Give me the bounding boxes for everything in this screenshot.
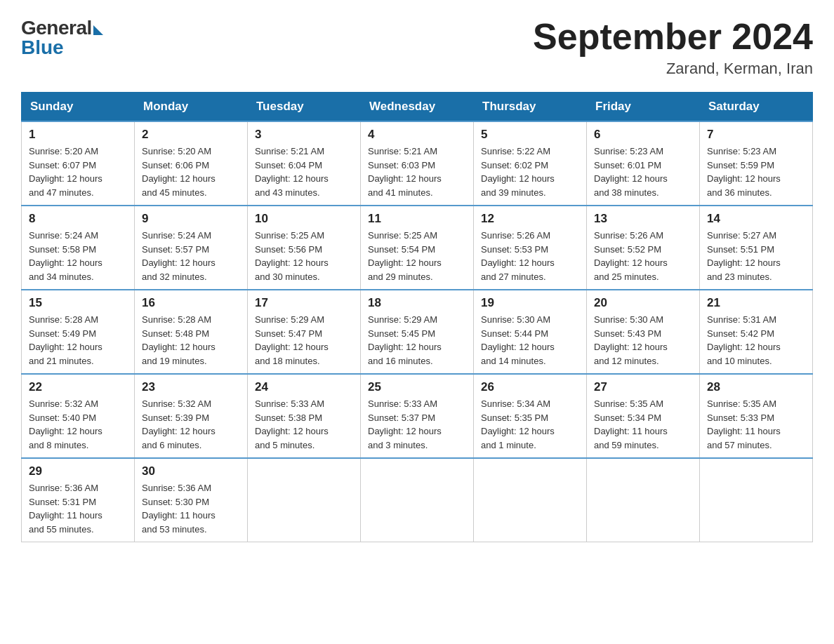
day-info: Sunrise: 5:31 AMSunset: 5:42 PMDaylight:… — [707, 313, 805, 368]
day-number: 8 — [29, 212, 127, 226]
day-info: Sunrise: 5:22 AMSunset: 6:02 PMDaylight:… — [481, 145, 579, 199]
day-info: Sunrise: 5:23 AMSunset: 5:59 PMDaylight:… — [707, 145, 805, 199]
day-number: 2 — [142, 128, 240, 142]
empty-cell — [587, 458, 700, 542]
day-number: 17 — [255, 296, 353, 310]
day-info: Sunrise: 5:30 AMSunset: 5:43 PMDaylight:… — [594, 313, 692, 368]
day-cell-3: 3Sunrise: 5:21 AMSunset: 6:04 PMDaylight… — [248, 121, 361, 206]
day-info: Sunrise: 5:35 AMSunset: 5:34 PMDaylight:… — [594, 397, 692, 452]
day-info: Sunrise: 5:24 AMSunset: 5:57 PMDaylight:… — [142, 229, 240, 283]
day-number: 26 — [481, 380, 579, 394]
day-number: 14 — [707, 212, 805, 226]
day-info: Sunrise: 5:33 AMSunset: 5:37 PMDaylight:… — [368, 397, 466, 452]
day-info: Sunrise: 5:34 AMSunset: 5:35 PMDaylight:… — [481, 397, 579, 452]
day-number: 22 — [29, 380, 127, 394]
day-info: Sunrise: 5:26 AMSunset: 5:52 PMDaylight:… — [594, 229, 692, 283]
day-info: Sunrise: 5:23 AMSunset: 6:01 PMDaylight:… — [594, 145, 692, 199]
day-number: 19 — [481, 296, 579, 310]
day-cell-23: 23Sunrise: 5:32 AMSunset: 5:39 PMDayligh… — [135, 374, 248, 458]
day-cell-22: 22Sunrise: 5:32 AMSunset: 5:40 PMDayligh… — [22, 374, 135, 458]
month-title: September 2024 — [533, 17, 813, 57]
week-row-1: 1Sunrise: 5:20 AMSunset: 6:07 PMDaylight… — [22, 121, 813, 206]
weekday-header-monday: Monday — [135, 93, 248, 122]
day-number: 30 — [142, 464, 240, 478]
day-cell-12: 12Sunrise: 5:26 AMSunset: 5:53 PMDayligh… — [474, 206, 587, 290]
day-cell-17: 17Sunrise: 5:29 AMSunset: 5:47 PMDayligh… — [248, 290, 361, 374]
day-info: Sunrise: 5:36 AMSunset: 5:30 PMDaylight:… — [142, 481, 240, 536]
day-number: 23 — [142, 380, 240, 394]
day-cell-7: 7Sunrise: 5:23 AMSunset: 5:59 PMDaylight… — [700, 121, 813, 206]
day-cell-19: 19Sunrise: 5:30 AMSunset: 5:44 PMDayligh… — [474, 290, 587, 374]
day-cell-4: 4Sunrise: 5:21 AMSunset: 6:03 PMDaylight… — [361, 121, 474, 206]
day-number: 15 — [29, 296, 127, 310]
logo-arrow-icon — [93, 25, 103, 35]
day-number: 16 — [142, 296, 240, 310]
day-cell-9: 9Sunrise: 5:24 AMSunset: 5:57 PMDaylight… — [135, 206, 248, 290]
day-cell-5: 5Sunrise: 5:22 AMSunset: 6:02 PMDaylight… — [474, 121, 587, 206]
day-number: 21 — [707, 296, 805, 310]
day-number: 20 — [594, 296, 692, 310]
day-number: 3 — [255, 128, 353, 142]
weekday-header-thursday: Thursday — [474, 93, 587, 122]
day-cell-10: 10Sunrise: 5:25 AMSunset: 5:56 PMDayligh… — [248, 206, 361, 290]
day-number: 13 — [594, 212, 692, 226]
day-cell-20: 20Sunrise: 5:30 AMSunset: 5:43 PMDayligh… — [587, 290, 700, 374]
day-cell-28: 28Sunrise: 5:35 AMSunset: 5:33 PMDayligh… — [700, 374, 813, 458]
day-info: Sunrise: 5:27 AMSunset: 5:51 PMDaylight:… — [707, 229, 805, 283]
day-cell-6: 6Sunrise: 5:23 AMSunset: 6:01 PMDaylight… — [587, 121, 700, 206]
day-info: Sunrise: 5:26 AMSunset: 5:53 PMDaylight:… — [481, 229, 579, 283]
day-info: Sunrise: 5:30 AMSunset: 5:44 PMDaylight:… — [481, 313, 579, 368]
day-cell-11: 11Sunrise: 5:25 AMSunset: 5:54 PMDayligh… — [361, 206, 474, 290]
day-cell-26: 26Sunrise: 5:34 AMSunset: 5:35 PMDayligh… — [474, 374, 587, 458]
day-info: Sunrise: 5:29 AMSunset: 5:45 PMDaylight:… — [368, 313, 466, 368]
day-number: 5 — [481, 128, 579, 142]
empty-cell — [474, 458, 587, 542]
day-cell-2: 2Sunrise: 5:20 AMSunset: 6:06 PMDaylight… — [135, 121, 248, 206]
day-info: Sunrise: 5:21 AMSunset: 6:04 PMDaylight:… — [255, 145, 353, 199]
location-text: Zarand, Kerman, Iran — [533, 60, 813, 78]
day-info: Sunrise: 5:25 AMSunset: 5:56 PMDaylight:… — [255, 229, 353, 283]
day-info: Sunrise: 5:32 AMSunset: 5:40 PMDaylight:… — [29, 397, 127, 452]
day-cell-8: 8Sunrise: 5:24 AMSunset: 5:58 PMDaylight… — [22, 206, 135, 290]
logo-blue-text: Blue — [21, 36, 64, 59]
day-number: 6 — [594, 128, 692, 142]
day-cell-14: 14Sunrise: 5:27 AMSunset: 5:51 PMDayligh… — [700, 206, 813, 290]
day-number: 7 — [707, 128, 805, 142]
weekday-header-sunday: Sunday — [22, 93, 135, 122]
day-info: Sunrise: 5:24 AMSunset: 5:58 PMDaylight:… — [29, 229, 127, 283]
day-info: Sunrise: 5:36 AMSunset: 5:31 PMDaylight:… — [29, 481, 127, 536]
logo: General Blue — [21, 17, 103, 59]
day-cell-24: 24Sunrise: 5:33 AMSunset: 5:38 PMDayligh… — [248, 374, 361, 458]
day-info: Sunrise: 5:29 AMSunset: 5:47 PMDaylight:… — [255, 313, 353, 368]
day-number: 18 — [368, 296, 466, 310]
week-row-2: 8Sunrise: 5:24 AMSunset: 5:58 PMDaylight… — [22, 206, 813, 290]
day-info: Sunrise: 5:28 AMSunset: 5:48 PMDaylight:… — [142, 313, 240, 368]
empty-cell — [248, 458, 361, 542]
day-number: 10 — [255, 212, 353, 226]
day-number: 4 — [368, 128, 466, 142]
day-info: Sunrise: 5:35 AMSunset: 5:33 PMDaylight:… — [707, 397, 805, 452]
day-number: 11 — [368, 212, 466, 226]
day-cell-1: 1Sunrise: 5:20 AMSunset: 6:07 PMDaylight… — [22, 121, 135, 206]
day-cell-27: 27Sunrise: 5:35 AMSunset: 5:34 PMDayligh… — [587, 374, 700, 458]
day-info: Sunrise: 5:20 AMSunset: 6:06 PMDaylight:… — [142, 145, 240, 199]
day-info: Sunrise: 5:28 AMSunset: 5:49 PMDaylight:… — [29, 313, 127, 368]
day-cell-16: 16Sunrise: 5:28 AMSunset: 5:48 PMDayligh… — [135, 290, 248, 374]
weekday-header-saturday: Saturday — [700, 93, 813, 122]
day-cell-15: 15Sunrise: 5:28 AMSunset: 5:49 PMDayligh… — [22, 290, 135, 374]
day-cell-21: 21Sunrise: 5:31 AMSunset: 5:42 PMDayligh… — [700, 290, 813, 374]
weekday-header-friday: Friday — [587, 93, 700, 122]
week-row-3: 15Sunrise: 5:28 AMSunset: 5:49 PMDayligh… — [22, 290, 813, 374]
day-cell-25: 25Sunrise: 5:33 AMSunset: 5:37 PMDayligh… — [361, 374, 474, 458]
week-row-4: 22Sunrise: 5:32 AMSunset: 5:40 PMDayligh… — [22, 374, 813, 458]
day-info: Sunrise: 5:20 AMSunset: 6:07 PMDaylight:… — [29, 145, 127, 199]
day-cell-13: 13Sunrise: 5:26 AMSunset: 5:52 PMDayligh… — [587, 206, 700, 290]
title-section: September 2024 Zarand, Kerman, Iran — [533, 17, 813, 78]
day-cell-18: 18Sunrise: 5:29 AMSunset: 5:45 PMDayligh… — [361, 290, 474, 374]
day-number: 1 — [29, 128, 127, 142]
day-info: Sunrise: 5:32 AMSunset: 5:39 PMDaylight:… — [142, 397, 240, 452]
weekday-header-tuesday: Tuesday — [248, 93, 361, 122]
weekday-header-row: SundayMondayTuesdayWednesdayThursdayFrid… — [22, 93, 813, 122]
day-number: 25 — [368, 380, 466, 394]
empty-cell — [361, 458, 474, 542]
